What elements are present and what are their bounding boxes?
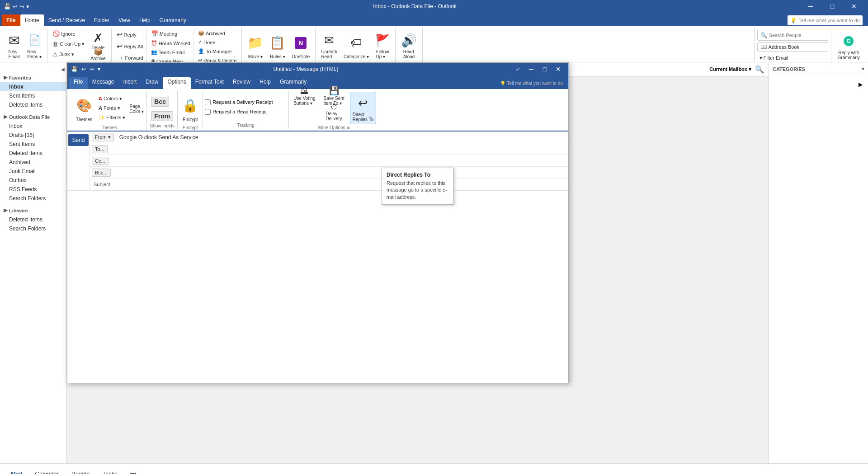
compose-expand-button[interactable]: ⤢ bbox=[511, 63, 524, 75]
compose-tab-options[interactable]: Options bbox=[163, 77, 190, 89]
compose-tab-help[interactable]: Help bbox=[255, 77, 275, 89]
request-delivery-checkbox-row[interactable]: Request a Delivery Receipt bbox=[205, 99, 273, 106]
bcc-field-input[interactable] bbox=[113, 169, 568, 177]
sidebar-item-deleted-fav[interactable]: Deleted Items bbox=[0, 100, 66, 109]
compose-tab-message[interactable]: Message bbox=[88, 77, 119, 89]
tab-help[interactable]: Help bbox=[135, 14, 155, 26]
tab-grammarly[interactable]: Grammarly bbox=[155, 14, 191, 26]
tab-file[interactable]: File bbox=[2, 14, 20, 26]
direct-replies-to-button[interactable]: ↩ DirectReplies To bbox=[350, 92, 377, 124]
send-button[interactable]: Send bbox=[68, 134, 88, 146]
delay-delivery-button[interactable]: ⏱ DelayDelivery bbox=[322, 109, 346, 123]
maximize-button[interactable]: □ bbox=[822, 0, 843, 13]
sidebar-item-inbox[interactable]: Inbox bbox=[0, 122, 66, 131]
compose-close-button[interactable]: ✕ bbox=[552, 63, 565, 75]
tell-me-bar[interactable]: 💡 Tell me what you want to do bbox=[788, 15, 863, 25]
nav-people[interactable]: People bbox=[66, 468, 95, 474]
sidebar-lifewire-header[interactable]: ▶ Lifewire bbox=[0, 206, 66, 215]
bcc-field-button[interactable]: Bcc... bbox=[92, 169, 111, 177]
sidebar-collapse-button[interactable]: ◀ bbox=[61, 67, 65, 72]
move-button[interactable]: 📁 Move ▾ bbox=[245, 29, 266, 61]
categorize-button[interactable]: 🏷 Categorize ▾ bbox=[341, 29, 372, 61]
sidebar-item-deleted-life[interactable]: Deleted Items bbox=[0, 215, 66, 224]
effects-button[interactable]: ✨ Effects ▾ bbox=[96, 113, 127, 122]
current-mailbox[interactable]: Current Mailbox ▾ bbox=[709, 66, 751, 72]
compose-tab-file[interactable]: File bbox=[69, 77, 88, 89]
reply-with-grammarly-button[interactable]: G Reply withGrammarly bbox=[835, 30, 863, 62]
read-aloud-button[interactable]: 🔊 ReadAloud bbox=[398, 29, 420, 61]
request-read-checkbox[interactable] bbox=[205, 109, 211, 115]
from-field-button[interactable]: From ▾ bbox=[92, 133, 114, 141]
sidebar-item-deleted[interactable]: Deleted Items bbox=[0, 149, 66, 158]
request-read-checkbox-row[interactable]: Request a Read Receipt bbox=[205, 108, 267, 116]
from-ribbon-button[interactable]: From bbox=[149, 110, 175, 122]
search-people-input[interactable] bbox=[769, 33, 823, 38]
more-options-launcher[interactable]: ⊕ bbox=[347, 126, 350, 130]
unread-read-button[interactable]: ✉ Unread/Read bbox=[318, 29, 340, 61]
compose-minimize-button[interactable]: ─ bbox=[525, 63, 538, 75]
reply-button[interactable]: ↩Reply bbox=[114, 29, 146, 40]
cc-field-button[interactable]: Cc... bbox=[92, 157, 108, 165]
nav-mail[interactable]: Mail bbox=[5, 468, 28, 474]
new-items-button[interactable]: 📄 NewItems ▾ bbox=[24, 29, 44, 61]
reply-delete-button[interactable]: ↩Reply & Delete bbox=[196, 56, 239, 62]
reply-all-button[interactable]: ↩Reply All bbox=[114, 41, 146, 52]
search-inbox-icon[interactable]: 🔍 bbox=[755, 65, 764, 74]
compose-tell-me[interactable]: 💡 Tell me what you want to do bbox=[496, 77, 566, 89]
sidebar-item-drafts[interactable]: Drafts [16] bbox=[0, 131, 66, 140]
page-color-button[interactable]: PageColor ▾ bbox=[128, 103, 145, 115]
junk-button[interactable]: ⚠Junk ▾ bbox=[50, 50, 87, 59]
undo-icon[interactable]: ↩ bbox=[13, 3, 18, 10]
compose-edit-area[interactable] bbox=[67, 191, 568, 383]
redo-icon[interactable]: ↪ bbox=[19, 3, 24, 10]
save-icon[interactable]: 💾 bbox=[4, 3, 11, 10]
compose-tab-insert[interactable]: Insert bbox=[118, 77, 141, 89]
nav-calendar[interactable]: Calendar bbox=[29, 468, 64, 474]
follow-up-button[interactable]: 🚩 FollowUp ▾ bbox=[373, 29, 392, 61]
sidebar-item-archived[interactable]: Archived bbox=[0, 158, 66, 167]
forward-button[interactable]: →Forward bbox=[114, 52, 146, 62]
nav-tasks[interactable]: Tasks bbox=[97, 468, 123, 474]
sidebar-item-rss[interactable]: RSS Feeds bbox=[0, 185, 66, 194]
ignore-button[interactable]: 🚫Ignore bbox=[50, 29, 87, 38]
nav-more[interactable]: ••• bbox=[125, 468, 142, 474]
encrypt-button[interactable]: 🔒 Encrypt bbox=[179, 92, 201, 124]
to-manager-button[interactable]: 👤To Manager bbox=[196, 47, 239, 56]
categories-filter-icon[interactable]: ▾ bbox=[862, 66, 864, 72]
rules-button[interactable]: 📋 Rules ▾ bbox=[267, 29, 288, 61]
done-button[interactable]: ✓Done bbox=[196, 38, 239, 47]
subject-field-input[interactable] bbox=[113, 180, 568, 188]
tab-folder[interactable]: Folder bbox=[90, 14, 114, 26]
compose-tab-format-text[interactable]: Format Text bbox=[191, 77, 228, 89]
minimize-button[interactable]: ─ bbox=[800, 0, 821, 13]
search-people-bar[interactable]: 🔍 bbox=[757, 30, 828, 41]
compose-tab-review[interactable]: Review bbox=[228, 77, 255, 89]
to-field-button[interactable]: To... bbox=[92, 145, 108, 153]
sidebar-item-search-folders[interactable]: Search Folders bbox=[0, 194, 66, 203]
sidebar-item-search-life[interactable]: Search Folders bbox=[0, 224, 66, 233]
tab-send-receive[interactable]: Send / Receive bbox=[44, 14, 90, 26]
right-panel-action[interactable]: ▶ bbox=[773, 80, 864, 89]
sidebar-item-junk[interactable]: Junk Email bbox=[0, 167, 66, 176]
team-email-button[interactable]: 👥Team Email bbox=[149, 48, 193, 56]
tab-view[interactable]: View bbox=[114, 14, 135, 26]
cc-field-input[interactable] bbox=[110, 157, 568, 165]
request-delivery-checkbox[interactable] bbox=[205, 99, 211, 105]
sidebar-item-inbox-fav[interactable]: Inbox bbox=[0, 82, 66, 91]
archived-button[interactable]: 📦Archived bbox=[196, 29, 239, 38]
archive-button[interactable]: 📦 Archive bbox=[88, 53, 108, 62]
sidebar-outlook-data-header[interactable]: ▶ Outlook Data File bbox=[0, 112, 66, 122]
sidebar-item-sent-fav[interactable]: Sent Items bbox=[0, 91, 66, 100]
fonts-button[interactable]: A Fonts ▾ bbox=[96, 104, 127, 113]
create-new-button[interactable]: ✚Create New bbox=[149, 57, 193, 62]
new-email-button[interactable]: ✉ NewEmail bbox=[5, 29, 24, 61]
compose-maximize-button[interactable]: □ bbox=[538, 63, 551, 75]
onenote-button[interactable]: N OneNote bbox=[289, 29, 312, 61]
bcc-button[interactable]: Bcc bbox=[149, 95, 171, 108]
colors-button[interactable]: A Colors ▾ bbox=[96, 94, 127, 103]
compose-tab-draw[interactable]: Draw bbox=[141, 77, 163, 89]
sidebar-favorites-header[interactable]: ▶ Favorites bbox=[0, 73, 66, 82]
hours-worked-button[interactable]: ⏰Hours Worked bbox=[149, 39, 193, 47]
themes-button[interactable]: 🎨 Themes bbox=[73, 92, 95, 124]
address-book-button[interactable]: 📖 Address Book bbox=[757, 42, 828, 52]
